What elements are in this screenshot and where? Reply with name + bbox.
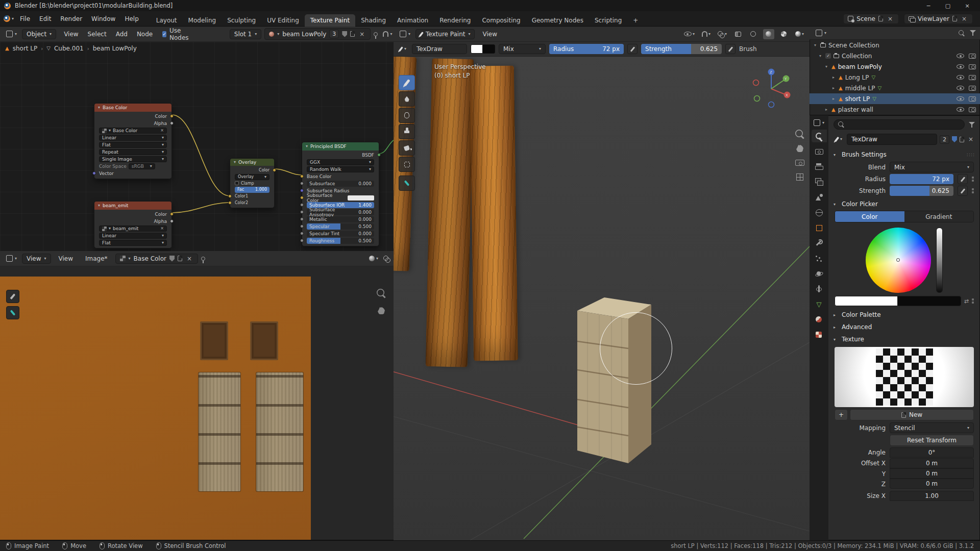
offset-x-field[interactable]: 0 m <box>890 458 974 468</box>
pin-icon[interactable] <box>201 257 205 261</box>
menu-item[interactable]: Edit <box>35 14 56 24</box>
tab-material[interactable] <box>812 313 827 326</box>
node-canvas[interactable]: ▲ short LP › ▽ Cube.001 › beam LowPoly ▾… <box>0 42 394 251</box>
input-socket[interactable] <box>228 201 232 205</box>
viewport-canvas[interactable]: User Perspective (0) short LP <box>394 57 810 540</box>
draw-tool-button[interactable] <box>399 75 415 90</box>
hide-eye-icon[interactable] <box>957 96 964 101</box>
shading-rendered-button[interactable]: ▾ <box>794 29 805 39</box>
display-mode-dropdown[interactable]: View▾ <box>22 254 51 264</box>
node-param-row[interactable]: Metallic Metallic▾ Metallic0.000 <box>302 216 379 223</box>
texture-preview[interactable] <box>835 347 974 407</box>
section-texture[interactable]: ▾ Texture <box>828 333 980 345</box>
editor-type-button[interactable]: ▾ <box>814 29 828 37</box>
section-brush-settings[interactable]: ▾ Brush Settings :::: <box>828 148 980 160</box>
input-socket[interactable] <box>300 174 304 178</box>
brush-section-label[interactable]: Brush <box>739 45 757 53</box>
image-menu[interactable]: Image* <box>81 254 112 264</box>
workspace-tab[interactable]: Scripting <box>589 14 627 27</box>
search-icon[interactable] <box>959 30 965 36</box>
view-menu[interactable]: View <box>54 254 78 264</box>
pan-control[interactable] <box>376 305 387 316</box>
new-image-icon[interactable] <box>178 256 182 261</box>
node-principled-bsdf[interactable]: ▾Principled BSDF BSDF GGX GGX▾ GGX <box>302 142 379 246</box>
radius-pressure-button[interactable] <box>627 44 638 54</box>
snapping-button[interactable]: ▾ <box>700 29 712 39</box>
outliner-row-beam-lowpoly[interactable]: ▾ ▲ beam LowPoly <box>810 61 980 72</box>
output-socket[interactable] <box>170 212 174 216</box>
ortho-toggle-button[interactable] <box>796 173 803 182</box>
input-socket[interactable] <box>300 239 304 242</box>
minimize-button[interactable]: ─ <box>920 1 937 10</box>
hide-eye-icon[interactable] <box>957 75 964 80</box>
node-base-color[interactable]: ▾Base Color Color Alpha ▾Base Color× Lin… <box>94 103 172 179</box>
offset-z-field[interactable]: 0 m <box>890 479 974 489</box>
node-param-row[interactable]: Subsurface Color Subsurface Color▾ Subsu… <box>302 194 379 202</box>
workspace-tab[interactable]: UV Editing <box>261 14 305 27</box>
navigation-gizmo[interactable]: Z X Y <box>748 66 794 112</box>
new-brush-icon[interactable] <box>960 137 964 142</box>
image-canvas[interactable] <box>0 266 394 540</box>
swap-colors-icon[interactable]: ⇄ <box>964 298 969 305</box>
brush-name-field[interactable]: TexDraw <box>412 44 467 54</box>
clamp-toggle[interactable]: Clamp <box>230 180 274 186</box>
workspace-tab[interactable]: Geometry Nodes <box>526 14 589 27</box>
hide-eye-icon[interactable] <box>957 54 964 58</box>
outliner-row-middle-lp[interactable]: ▸ ▲ middle LP ▽ <box>810 83 980 93</box>
fac-slider[interactable]: Fac1.000 <box>235 187 270 193</box>
primary-color-swatch[interactable] <box>471 44 483 54</box>
render-camera-icon[interactable] <box>969 75 976 80</box>
render-camera-icon[interactable] <box>969 96 976 102</box>
menu-item[interactable]: Help <box>120 14 143 24</box>
menu-item[interactable]: Window <box>87 14 120 24</box>
input-socket[interactable] <box>300 217 304 221</box>
workspace-tab[interactable]: Rendering <box>434 14 476 27</box>
tab-particles[interactable] <box>812 252 827 265</box>
radius-pressure-button[interactable] <box>958 174 968 184</box>
zoom-control[interactable] <box>376 288 387 299</box>
remove-viewlayer-icon[interactable]: × <box>960 15 968 22</box>
value-slider[interactable] <box>936 228 943 293</box>
radius-slider[interactable]: Radius72 px <box>549 44 624 54</box>
overlays-icon[interactable] <box>383 256 389 262</box>
angle-field[interactable]: 0° <box>890 447 974 458</box>
paint-overlay-button[interactable]: ▾ <box>369 256 378 261</box>
interpolation-dropdown[interactable]: Linear▾ <box>99 135 167 141</box>
overlays-button[interactable]: ▾ <box>716 29 728 39</box>
view-menu[interactable]: View <box>478 29 501 39</box>
xray-toggle[interactable] <box>732 29 744 39</box>
node-param-row[interactable]: Specular Specular▾ Specular0.500 <box>302 223 379 230</box>
blend-mode-dropdown[interactable]: Mix▾ <box>499 44 546 54</box>
properties-search-input[interactable] <box>834 119 965 130</box>
node-param-row[interactable]: Specular Tint Specular Tint▾ Specular Ti… <box>302 230 379 237</box>
tab-texture[interactable] <box>812 329 827 341</box>
disclosure-icon[interactable]: ▸ <box>824 107 829 112</box>
tab-output[interactable] <box>812 160 827 173</box>
smear-tool-button[interactable] <box>399 108 415 123</box>
projection-dropdown[interactable]: Flat▾ <box>99 240 167 246</box>
editor-type-button[interactable]: ▾ <box>4 254 19 263</box>
color-wheel-cursor[interactable] <box>896 258 900 262</box>
tab-modifiers[interactable] <box>812 237 827 249</box>
panel-grip-icon[interactable]: :::: <box>967 152 975 157</box>
node-param-row[interactable]: Subsurface Anisotropy Subsurface Anisotr… <box>302 209 379 216</box>
editor-type-button[interactable]: ▾ <box>398 30 412 38</box>
animate-dots-icon[interactable] <box>972 298 974 304</box>
new-texture-button[interactable]: New <box>850 409 974 420</box>
render-camera-icon[interactable] <box>969 54 976 59</box>
blender-menu-icon[interactable]: ▾ <box>3 14 14 24</box>
node-param-row[interactable]: Random Walk Random Walk▾ Random Walk <box>302 166 379 173</box>
input-socket[interactable] <box>300 203 304 207</box>
projection-dropdown[interactable]: Flat▾ <box>99 142 167 148</box>
input-socket[interactable] <box>300 210 304 214</box>
wood-beam-left[interactable] <box>426 58 474 367</box>
image-datablock[interactable]: ▾ Base Color × <box>115 254 198 264</box>
animate-dots-icon[interactable] <box>972 177 974 182</box>
mask-tool-button[interactable] <box>399 157 415 172</box>
menu-item[interactable]: View <box>59 29 83 39</box>
brush-browse-button[interactable]: ▾ <box>834 135 844 144</box>
unlink-image-icon[interactable]: × <box>185 255 193 262</box>
shading-material-button[interactable] <box>778 29 790 39</box>
disclosure-icon[interactable]: ▸ <box>831 75 836 80</box>
tab-render[interactable] <box>812 145 827 158</box>
